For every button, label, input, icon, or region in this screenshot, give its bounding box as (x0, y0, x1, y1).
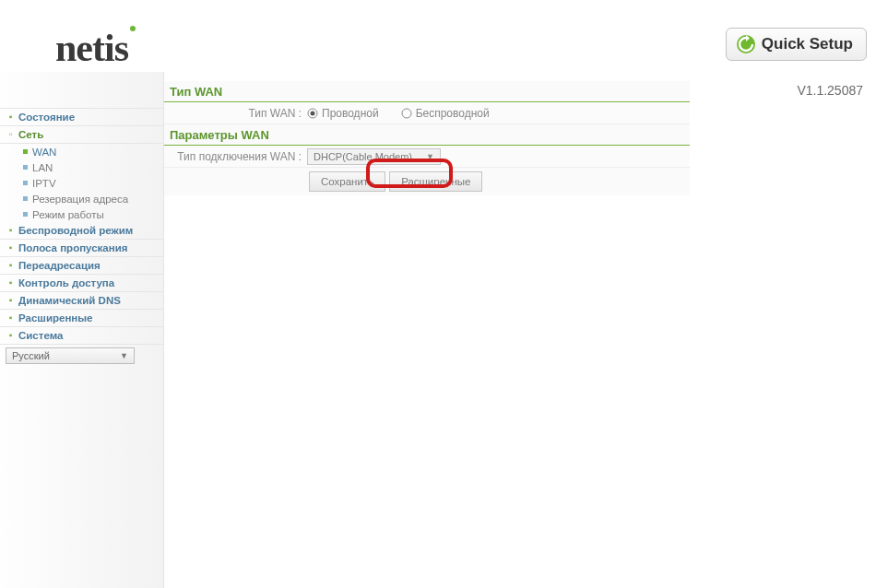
sidebar-item-network[interactable]: ▫ Сеть (0, 126, 163, 144)
sidebar-item-label: IPTV (32, 178, 56, 189)
svg-rect-1 (23, 149, 28, 154)
logo-dot-icon (130, 26, 136, 31)
layout: ▪ Состояние ▫ Сеть WAN LAN IPTV Резервац… (0, 72, 876, 588)
save-button[interactable]: Сохранить (309, 171, 385, 192)
right-column (690, 72, 876, 588)
sidebar-item-ddns[interactable]: ▪ Динамический DNS (0, 292, 163, 310)
plus-icon: ▪ (6, 227, 15, 235)
sidebar-item-label: Режим работы (32, 209, 104, 220)
bullet-icon (22, 180, 29, 186)
sidebar-item-bandwidth[interactable]: ▪ Полоса пропускания (0, 240, 163, 257)
plus-icon: ▪ (6, 279, 15, 288)
sidebar-item-label: Резервация адреса (32, 194, 128, 205)
wan-type-radio-wired[interactable]: Проводной (307, 107, 379, 120)
wan-type-control: Проводной Беспроводной (307, 107, 490, 120)
sidebar-item-label: Расширенные (18, 312, 93, 323)
quick-setup-label: Quick Setup (762, 35, 853, 53)
version-label: V1.1.25087 (797, 83, 863, 98)
svg-rect-3 (23, 181, 28, 185)
sidebar: ▪ Состояние ▫ Сеть WAN LAN IPTV Резервац… (0, 72, 164, 588)
sidebar-item-forwarding[interactable]: ▪ Переадресация (0, 257, 163, 275)
sidebar-item-label: Беспроводной режим (18, 225, 133, 236)
svg-rect-5 (23, 212, 28, 217)
plus-icon: ▪ (6, 332, 15, 340)
sidebar-item-system[interactable]: ▪ Система (0, 327, 163, 345)
conn-type-select[interactable]: DHCP(Cable Modem) ▼ (307, 148, 441, 165)
sidebar-item-wireless[interactable]: ▪ Беспроводной режим (0, 222, 163, 240)
sidebar-item-label: Сеть (18, 129, 43, 140)
radio-label: Проводной (322, 107, 379, 120)
sidebar-item-advanced[interactable]: ▪ Расширенные (0, 310, 163, 327)
select-value: DHCP(Cable Modem) (314, 151, 412, 162)
sidebar-item-status[interactable]: ▪ Состояние (0, 109, 163, 126)
button-row: Сохранить Расширенные (164, 168, 690, 195)
minus-icon: ▫ (6, 131, 15, 139)
sidebar-item-label: Система (18, 330, 63, 341)
svg-rect-4 (23, 196, 28, 201)
radio-unchecked-icon (401, 108, 412, 119)
row-wan-type: Тип WAN : Проводной Беспроводной (164, 102, 690, 124)
svg-rect-2 (23, 165, 28, 170)
logo: netis (55, 26, 136, 70)
sidebar-spacer (0, 77, 163, 109)
sidebar-item-label: Контроль доступа (18, 277, 114, 288)
section-header-wan-type: Тип WAN (164, 81, 690, 102)
bullet-icon (22, 164, 29, 171)
sidebar-subitem-iptv[interactable]: IPTV (0, 175, 163, 191)
sidebar-subitem-operation-mode[interactable]: Режим работы (0, 206, 163, 222)
bullet-icon (22, 211, 29, 218)
radio-label: Беспроводной (416, 107, 490, 120)
wan-type-label: Тип WAN : (164, 107, 307, 120)
plus-icon: ▪ (6, 244, 15, 253)
wan-type-radio-wireless[interactable]: Беспроводной (401, 107, 490, 120)
svg-point-7 (311, 111, 315, 115)
refresh-arrow-icon (736, 34, 756, 54)
sidebar-item-label: LAN (32, 162, 53, 173)
bullet-icon (22, 148, 29, 155)
chevron-down-icon: ▼ (120, 351, 128, 360)
advanced-button[interactable]: Расширенные (389, 171, 482, 192)
logo-text: netis (55, 27, 128, 69)
row-conn-type: Тип подключения WAN : DHCP(Cable Modem) … (164, 146, 690, 168)
sidebar-subitem-wan[interactable]: WAN (0, 144, 163, 159)
plus-icon: ▪ (6, 262, 15, 270)
sidebar-subitem-lan[interactable]: LAN (0, 159, 163, 175)
sidebar-item-label: Переадресация (18, 260, 101, 271)
sidebar-item-label: Полоса пропускания (18, 242, 127, 253)
sidebar-item-label: Динамический DNS (18, 295, 121, 306)
sidebar-item-access-control[interactable]: ▪ Контроль доступа (0, 275, 163, 292)
section-header-wan-params: Параметры WAN (164, 124, 690, 146)
svg-point-8 (402, 109, 411, 118)
plus-icon: ▪ (6, 113, 15, 122)
sidebar-subitem-address-reservation[interactable]: Резервация адреса (0, 191, 163, 206)
sidebar-item-label: WAN (32, 147, 56, 158)
plus-icon: ▪ (6, 297, 15, 305)
language-value: Русский (12, 350, 50, 361)
radio-checked-icon (307, 108, 318, 119)
quick-setup-button[interactable]: Quick Setup (726, 28, 867, 61)
plus-icon: ▪ (6, 314, 15, 323)
content-area: Тип WAN Тип WAN : Проводной Беспроводной… (164, 72, 690, 588)
chevron-down-icon: ▼ (426, 152, 434, 161)
language-select[interactable]: Русский ▼ (6, 347, 135, 364)
sidebar-item-label: Состояние (18, 112, 75, 123)
conn-type-label: Тип подключения WAN : (164, 150, 307, 163)
header: netis Quick Setup (0, 0, 876, 72)
bullet-icon (22, 195, 29, 202)
